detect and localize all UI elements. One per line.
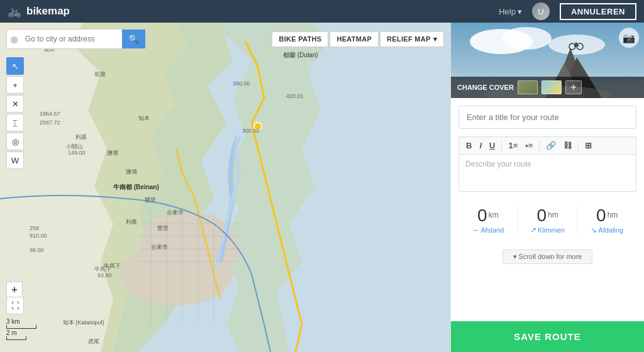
svg-text:虎尾: 虎尾 — [88, 338, 99, 344]
right-panel: 📷 CHANGE COVER + B I U 1≡ — [450, 23, 644, 352]
svg-text:1864.57: 1864.57 — [40, 111, 60, 117]
location-tool[interactable]: ◎ — [6, 133, 24, 150]
chevron-down-icon: ▾ — [433, 35, 437, 43]
help-button[interactable]: Help ▾ — [499, 7, 522, 16]
header: 🚲 bikemap Help ▾ U ANNULEREN — [0, 0, 644, 23]
fullscreen-button[interactable]: ⛶ — [6, 297, 24, 314]
map-container[interactable]: 牛南都 (Beinan) 都蘭 (Dulan) 鹿野 初鹿 知本 利基 鹽埔 鹽… — [0, 23, 450, 352]
describe-placeholder: Describe your route — [465, 160, 531, 168]
camera-button[interactable]: 📷 — [619, 28, 639, 48]
header-left: 🚲 bikemap — [8, 4, 70, 18]
stat-distance-value: 0km — [458, 207, 518, 224]
scale-label-3km: 3 km — [6, 318, 36, 325]
cursor-tool[interactable]: ↖ — [6, 57, 24, 75]
search-location-icon[interactable]: ◎ — [7, 30, 21, 48]
svg-text:台東市: 台東市 — [151, 244, 168, 250]
stat-climb-value: 0hm — [518, 207, 577, 224]
svg-text:98.00: 98.00 — [30, 247, 44, 253]
bike-paths-button[interactable]: BIKE PATHS — [272, 31, 328, 47]
camera-icon: 📷 — [623, 32, 635, 44]
search-submit-button[interactable]: 🔍 — [122, 30, 145, 48]
rte-separator-3 — [578, 141, 579, 151]
relief-map-button[interactable]: RELIEF MAP ▾ — [380, 31, 444, 47]
map-left-tools: ↖ + ✕ ⌶ ◎ W — [6, 57, 24, 169]
rte-separator-1 — [501, 141, 502, 151]
rte-unordered-list-button[interactable]: •≡ — [522, 140, 536, 151]
scale-label-2m: 2 m — [6, 329, 36, 336]
rte-link-button[interactable]: 🔗 — [543, 140, 559, 151]
panel-content: B I U 1≡ •≡ 🔗 ⛓ ⊞ Describe your route — [451, 98, 644, 321]
remove-tool[interactable]: ✕ — [6, 95, 24, 113]
heatmap-button[interactable]: HEATMAP — [330, 31, 379, 47]
rte-describe-input[interactable]: Describe your route — [458, 154, 636, 192]
route-title-input[interactable] — [458, 106, 636, 129]
rte-unlink-button[interactable]: ⛓ — [560, 140, 575, 151]
svg-text:牛南都 (Beinan): 牛南都 (Beinan) — [113, 184, 159, 190]
location-icon: ◎ — [11, 35, 18, 44]
scroll-down-button[interactable]: ▾ Scroll down for more — [502, 250, 593, 264]
rte-italic-button[interactable]: I — [476, 140, 485, 151]
svg-text:都蘭 (Dulan): 都蘭 (Dulan) — [283, 52, 318, 58]
svg-text:420.01: 420.01 — [286, 93, 304, 99]
logo-text: bikemap — [26, 5, 70, 18]
map-scale: 3 km 2 m — [6, 318, 36, 341]
svg-text:258: 258 — [30, 225, 39, 231]
svg-point-43 — [501, 27, 552, 50]
map-svg: 牛南都 (Beinan) 都蘭 (Dulan) 鹿野 初鹿 知本 利基 鹽埔 鹽… — [0, 23, 450, 352]
svg-text:初鹿: 初鹿 — [94, 71, 106, 77]
rte-toolbar: B I U 1≡ •≡ 🔗 ⛓ ⊞ — [458, 136, 636, 154]
search-icon: 🔍 — [128, 34, 139, 44]
search-box: ◎ 🔍 — [6, 29, 146, 49]
svg-point-2 — [119, 243, 233, 305]
svg-text:利基: 利基 — [75, 134, 87, 140]
chevron-down-icon: ▾ — [518, 7, 522, 16]
stat-descent-value: 0hm — [577, 207, 636, 224]
svg-text:知本: 知本 — [138, 115, 150, 121]
measure-tool[interactable]: ⌶ — [6, 114, 24, 131]
rich-text-editor: B I U 1≡ •≡ 🔗 ⛓ ⊞ Describe your route — [458, 136, 636, 192]
stat-climb: 0hm ↗ Klimmen — [518, 202, 577, 239]
help-label: Help — [499, 7, 516, 16]
change-cover-button[interactable]: CHANGE COVER — [457, 84, 514, 91]
relief-map-label: RELIEF MAP — [387, 35, 431, 43]
svg-text:知本 (Kataisipul): 知本 (Kataisipul) — [63, 319, 104, 326]
rte-table-button[interactable]: ⊞ — [582, 140, 595, 151]
map-options: BIKE PATHS HEATMAP RELIEF MAP ▾ — [272, 31, 444, 47]
svg-text:牛馬下: 牛馬下 — [94, 266, 111, 272]
add-waypoint-tool[interactable]: + — [6, 76, 24, 94]
main-area: 牛南都 (Beinan) 都蘭 (Dulan) 鹿野 初鹿 知本 利基 鹽埔 鹽… — [0, 23, 644, 352]
svg-text:910.00: 910.00 — [30, 233, 47, 239]
avatar[interactable]: U — [532, 3, 550, 20]
cover-thumb-2[interactable] — [541, 80, 562, 94]
rte-underline-button[interactable]: U — [486, 140, 498, 151]
rte-bold-button[interactable]: B — [463, 140, 475, 151]
save-route-button[interactable]: SAVE ROUTE — [451, 321, 644, 352]
search-input[interactable] — [21, 30, 122, 48]
svg-text:利農: 利農 — [126, 219, 137, 225]
rte-separator-2 — [539, 141, 540, 151]
svg-text:豐里: 豐里 — [157, 225, 169, 231]
svg-text:149.00: 149.00 — [68, 150, 86, 156]
scroll-hint: ▾ Scroll down for more — [458, 250, 636, 264]
cover-thumb-1[interactable] — [518, 80, 538, 94]
add-cover-button[interactable]: + — [565, 80, 582, 94]
rte-ordered-list-button[interactable]: 1≡ — [505, 140, 521, 151]
stats-row: 0km ↔ Afstand 0hm ↗ Klimmen — [458, 202, 636, 239]
stat-distance: 0km ↔ Afstand — [458, 202, 518, 239]
wikipedia-tool[interactable]: W — [6, 151, 24, 169]
cover-image: 📷 CHANGE COVER + — [451, 23, 644, 98]
svg-text:300.00: 300.00 — [242, 128, 260, 134]
svg-text:93.80: 93.80 — [97, 272, 112, 278]
change-cover-bar: CHANGE COVER + — [451, 77, 644, 98]
header-right: Help ▾ U ANNULEREN — [499, 3, 636, 20]
map-toolbar: ◎ 🔍 BIKE PATHS HEATMAP RELIEF MAP ▾ — [0, 29, 450, 49]
bike-icon: 🚲 — [8, 4, 21, 18]
stat-descent: 0hm ↘ Afdaling — [577, 202, 636, 239]
svg-point-44 — [548, 35, 605, 55]
svg-text:豐里: 豐里 — [145, 197, 156, 203]
zoom-in-button[interactable]: + — [6, 282, 23, 298]
svg-text:台東市: 台東市 — [167, 209, 184, 216]
svg-text:鹽埔: 鹽埔 — [107, 150, 118, 156]
svg-text:2567.72: 2567.72 — [40, 119, 60, 126]
annuleren-button[interactable]: ANNULEREN — [560, 3, 636, 20]
